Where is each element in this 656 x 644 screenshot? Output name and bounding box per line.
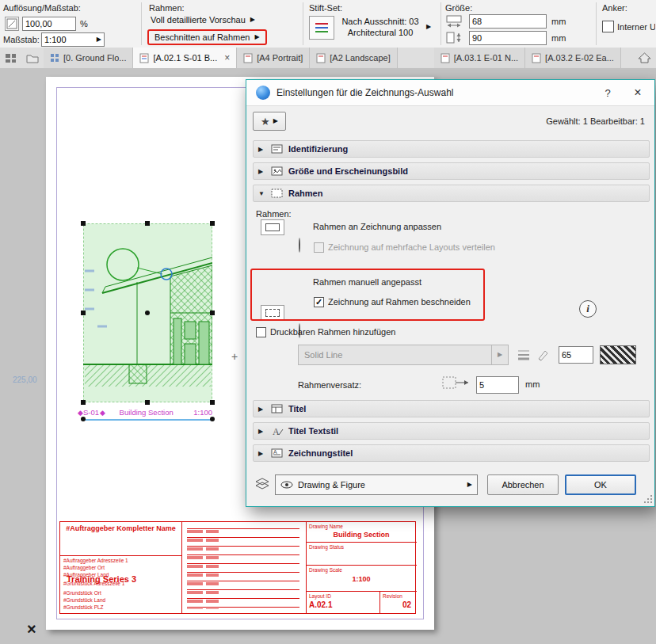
drawing-status-label: Drawing Status: [309, 544, 344, 551]
resize-grip[interactable]: [643, 495, 652, 504]
tab-layout-a021[interactable]: [A.02.1 S-01 B... ×: [133, 48, 237, 68]
scale-combo[interactable]: 1:100 ▶: [41, 32, 105, 47]
drawing-scale-label: Drawing Scale: [309, 567, 342, 574]
height-unit: mm: [551, 33, 566, 43]
cancel-button[interactable]: Abbrechen: [487, 474, 559, 495]
chevron-right-icon: ▶: [254, 34, 259, 40]
anchor-label: Anker:: [602, 3, 627, 13]
endpoint-dot[interactable]: [81, 417, 86, 421]
endpoint-dot[interactable]: [210, 417, 215, 421]
appearance-icon: [271, 166, 284, 177]
chevron-right-icon: ▶: [250, 17, 255, 23]
chevron-right-icon: ▶: [467, 482, 472, 488]
pen-color-swatch[interactable]: [600, 345, 636, 364]
section-titel[interactable]: ▶ Titel: [253, 400, 650, 417]
selection-handle[interactable]: [145, 400, 150, 405]
tab-a4-portrait[interactable]: [A4 Portrait]: [237, 48, 310, 68]
title-underline: [83, 419, 212, 421]
navigator-folder-button[interactable]: [21, 48, 44, 68]
size-label: Größe:: [445, 3, 472, 13]
tabbar-spacer: [398, 48, 434, 68]
revision-table-lines: [187, 528, 299, 609]
options-toolbar: Auflösung/Maßstab: % Maßstab: 1:100 ▶ Ra…: [0, 0, 656, 48]
section-groesse[interactable]: ▶ Größe und Erscheinungsbild: [253, 162, 650, 180]
selection-handle[interactable]: [81, 221, 86, 226]
quick-options-button[interactable]: [0, 48, 21, 68]
selection-handle[interactable]: [81, 400, 86, 405]
percent-label: %: [80, 19, 88, 29]
dialog-title: Einstellungen für die Zeichnungs-Auswahl: [277, 87, 453, 98]
penset-icon[interactable]: [309, 16, 334, 40]
height-input[interactable]: [469, 31, 547, 45]
layer-combo[interactable]: Drawing & Figure ▶: [275, 474, 478, 495]
layout-id-label: Layout ID: [309, 593, 331, 600]
selection-handle[interactable]: [210, 311, 215, 315]
titleblock-divider: [181, 522, 182, 613]
section-identifizierung[interactable]: ▶ Identifizierung: [253, 140, 650, 158]
crosshair-icon: +: [231, 351, 238, 362]
selection-handle[interactable]: [145, 221, 150, 226]
info-button[interactable]: i: [579, 300, 597, 318]
titleblock: #Auftraggeber Kompletter Name #Auftragge…: [59, 521, 416, 614]
title-handle-icon[interactable]: ◆: [78, 410, 83, 417]
section-rahmen[interactable]: ▼ Rahmen: [253, 185, 650, 202]
frame-offset-unit: mm: [525, 379, 540, 389]
fit-frame-radio[interactable]: [299, 238, 300, 253]
close-button[interactable]: ×: [629, 85, 646, 101]
section-titel-textstil[interactable]: ▶ A Titel Textstil: [253, 422, 650, 440]
selection-handle[interactable]: [210, 221, 215, 226]
resolution-label: Auflösung/Maßstab:: [3, 3, 81, 13]
section-zeichnungstitel[interactable]: ▶ A Zeichnungstitel: [253, 444, 650, 462]
home-tab-button[interactable]: [633, 48, 656, 68]
manual-frame-icon: [261, 305, 284, 321]
site-country: #Grundstück Land: [63, 597, 105, 604]
close-tab-icon[interactable]: ×: [224, 52, 230, 63]
layers-icon[interactable]: [253, 476, 272, 495]
frame-group-label: Rahmen:: [149, 3, 185, 13]
pen-number-input[interactable]: [559, 346, 593, 364]
tab-ground-floor[interactable]: [0. Ground Flo...: [44, 48, 133, 68]
client-addr1: #Auftraggeber Adresszeile 1: [63, 558, 128, 565]
client-name: #Auftraggeber Kompletter Name: [62, 524, 180, 534]
width-input[interactable]: [469, 14, 547, 29]
favorites-button[interactable]: ★ ▶: [253, 112, 286, 131]
height-icon: [445, 31, 464, 48]
chevron-right-icon: ▶: [491, 345, 508, 364]
frame-offset-input[interactable]: [476, 376, 519, 394]
help-button[interactable]: ?: [599, 85, 616, 101]
chevron-right-icon: ▶: [97, 36, 101, 43]
chevron-down-icon: ▼: [258, 190, 266, 197]
ok-button[interactable]: OK: [565, 474, 636, 495]
penset-value[interactable]: Nach Ausschnitt: 03 Architectural 100: [339, 16, 421, 38]
penset-chevron-icon[interactable]: ▶: [426, 24, 431, 30]
tab-layout-a031[interactable]: [A.03.1 E-01 N...: [434, 48, 525, 68]
crop-to-frame-checkbox[interactable]: ✓: [314, 297, 324, 307]
scale-label: Maßstab:: [3, 35, 40, 44]
selection-handle[interactable]: [210, 400, 215, 405]
selection-handle[interactable]: [81, 311, 86, 315]
preview-mode-dropdown[interactable]: Voll detaillierte Vorschau ▶: [151, 15, 255, 25]
pen-icon: [535, 348, 551, 365]
tab-a2-landscape[interactable]: [A2 Landscape]: [310, 48, 397, 68]
anchor-dot[interactable]: [145, 311, 150, 315]
layout-tabbar: [0. Ground Flo... [A.02.1 S-01 B... × [A…: [0, 48, 656, 69]
spread-layouts-label: Zeichnung auf mehrfache Layouts verteile…: [328, 242, 495, 252]
client-city: #Auftraggeber Ort: [63, 565, 105, 572]
chevron-right-icon: ▶: [258, 146, 266, 153]
frame-panel-label: Rahmen:: [256, 209, 292, 219]
titleblock-line: [306, 591, 417, 592]
printable-frame-checkbox[interactable]: [256, 327, 266, 337]
highlight-box: [250, 269, 485, 321]
anchor-origin-checkbox[interactable]: [602, 21, 614, 32]
fit-frame-icon: [261, 219, 284, 235]
resolution-input[interactable]: [22, 17, 76, 31]
tab-layout-a032[interactable]: [A.03.2 E-02 Ea...: [525, 48, 621, 68]
dialog-titlebar[interactable]: Einstellungen für die Zeichnungs-Auswahl…: [246, 80, 654, 106]
chevron-right-icon: ▶: [273, 118, 278, 124]
project-name: Training Series 3: [67, 574, 136, 584]
clipped-to-frame-dropdown[interactable]: Beschnitten auf Rahmen ▶: [147, 29, 267, 45]
drawing-title[interactable]: S-01 Building Section 1:100: [83, 408, 212, 417]
svg-text:A: A: [273, 449, 277, 455]
selection-count: Gewählt: 1 Bearbeitbar: 1: [546, 116, 645, 126]
folder-icon: [26, 53, 39, 63]
